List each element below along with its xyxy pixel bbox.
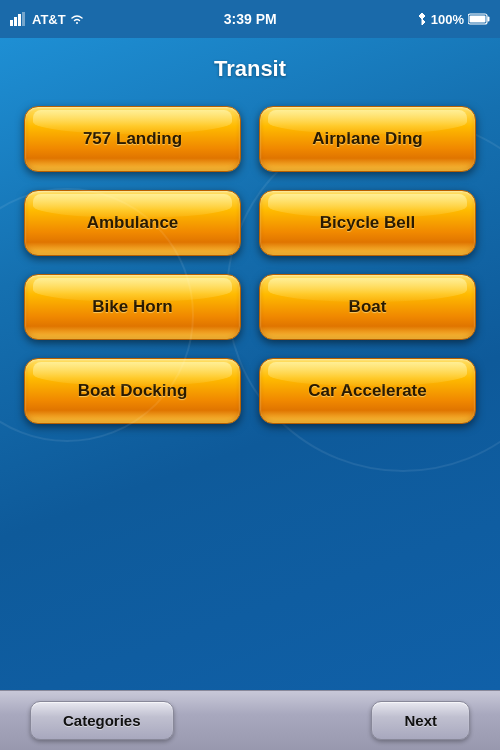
main-content: Transit 757 LandingAirplane DingAmbulanc… — [0, 38, 500, 690]
svg-rect-2 — [18, 14, 21, 26]
btn-boat-docking[interactable]: Boat Docking — [24, 358, 241, 424]
btn-boat[interactable]: Boat — [259, 274, 476, 340]
status-right: 100% — [417, 12, 490, 27]
page-title: Transit — [0, 38, 500, 96]
sound-button-grid: 757 LandingAirplane DingAmbulanceBicycle… — [0, 96, 500, 434]
status-carrier: AT&T — [10, 12, 84, 27]
btn-bike-horn[interactable]: Bike Horn — [24, 274, 241, 340]
svg-rect-1 — [14, 17, 17, 26]
battery-label: 100% — [431, 12, 464, 27]
btn-airplane-ding[interactable]: Airplane Ding — [259, 106, 476, 172]
status-time: 3:39 PM — [224, 11, 277, 27]
svg-rect-3 — [22, 12, 25, 26]
next-button[interactable]: Next — [371, 701, 470, 740]
btn-ambulance[interactable]: Ambulance — [24, 190, 241, 256]
btn-757-landing[interactable]: 757 Landing — [24, 106, 241, 172]
btn-bicycle-bell[interactable]: Bicycle Bell — [259, 190, 476, 256]
svg-rect-5 — [488, 17, 490, 22]
btn-car-accelerate[interactable]: Car Accelerate — [259, 358, 476, 424]
signal-icon — [10, 12, 28, 26]
toolbar: Categories Next — [0, 690, 500, 750]
battery-icon — [468, 13, 490, 25]
wifi-icon — [70, 13, 84, 25]
status-bar: AT&T 3:39 PM 100% — [0, 0, 500, 38]
carrier-label: AT&T — [32, 12, 66, 27]
categories-button[interactable]: Categories — [30, 701, 174, 740]
svg-rect-6 — [470, 16, 486, 23]
svg-rect-0 — [10, 20, 13, 26]
bluetooth-icon — [417, 12, 427, 26]
